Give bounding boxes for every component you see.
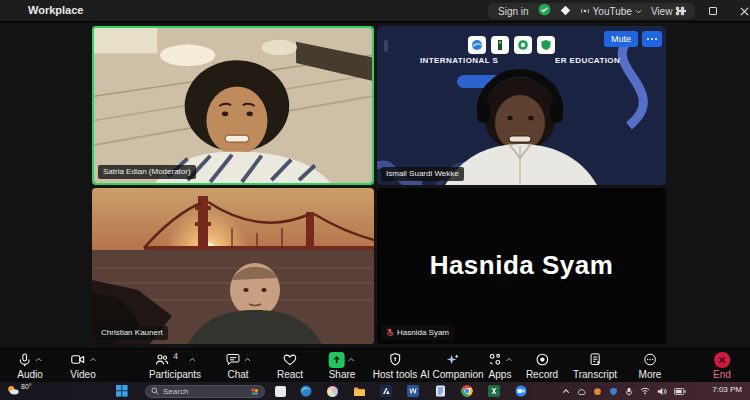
satria-video-feed [94,28,372,183]
react-button[interactable]: React [277,351,303,380]
wifi-icon[interactable] [640,387,650,395]
pinned-app-acrobat[interactable] [379,384,393,398]
participant-name-label: Ismail Suardi Wekke [381,167,464,181]
pinned-app-excel[interactable] [487,384,501,398]
video-tile-christian-kaunert[interactable]: Christian Kaunert [92,188,374,344]
record-button[interactable]: Record [526,351,558,380]
copilot-icon [327,386,338,397]
pinned-app-edge[interactable] [299,384,313,398]
pinned-app-word[interactable] [406,384,420,398]
chevron-up-icon[interactable] [189,357,196,362]
notepad-icon [435,385,446,397]
titlebar-actions: Sign in YouTube View [488,3,695,19]
chevron-up-icon[interactable] [244,357,251,362]
share-label: Share [329,369,356,380]
video-label: Video [70,369,95,380]
conference-logos [468,36,555,54]
conference-banner-text-right: ER EDUCATION [555,56,620,65]
apps-button[interactable]: Apps [488,351,513,380]
mic-muted-icon [386,328,394,337]
taskbar-weather-widget[interactable]: 80° [6,383,32,397]
start-button[interactable] [115,384,129,398]
close-icon [740,7,749,16]
pinned-app-notes[interactable] [433,384,447,398]
volume-icon[interactable] [657,387,667,396]
end-meeting-button[interactable]: End [713,351,731,380]
pinned-app-widgets[interactable] [273,384,287,398]
participants-label: Participants [149,369,201,380]
pinned-app-chrome[interactable] [460,384,474,398]
tile-grip-handle[interactable] [384,40,388,52]
acrobat-icon [380,385,392,397]
security-shield-icon[interactable] [609,387,618,396]
ai-companion-button[interactable]: AI Companion [420,351,483,380]
onedrive-sync-icon[interactable] [577,387,586,396]
sign-in-button[interactable]: Sign in [498,6,529,17]
chevron-up-icon[interactable] [348,357,355,362]
react-label: React [277,369,303,380]
browser-tray-icon[interactable] [593,387,602,396]
window-titlebar: Workplace Sign in YouTube View [0,0,750,22]
camera-off-display-name: Hasnida Syam [377,250,666,281]
video-tile-hasnida-syam[interactable]: Hasnida Syam Hasnida Syam [377,188,666,344]
video-grid: Satria Edian (Moderator) [0,23,750,348]
meeting-toolbar: Audio Video 4 Participants Chat [0,348,750,382]
end-call-icon [714,352,730,368]
mic-tray-icon[interactable] [625,387,633,396]
conference-logo-round [514,36,532,54]
folder-icon [353,386,366,397]
video-tile-ismail-suardi-wekke[interactable]: INTERNATIONAL S ER EDUCATION Mute Ismail… [377,26,666,185]
share-button[interactable]: Share [329,351,356,380]
apps-label: Apps [489,369,512,380]
taskbar-search-box[interactable]: Search [145,385,265,398]
zoom-app-icon [515,385,527,397]
maximize-button[interactable] [698,0,728,22]
diamond-icon[interactable] [560,2,571,20]
ai-sparkle-icon [444,352,460,368]
word-icon [407,385,419,397]
youtube-live-menu[interactable]: YouTube [580,6,642,17]
chevron-down-icon [635,9,642,14]
zoom-meeting-window: Workplace Sign in YouTube View [0,0,750,400]
chrome-icon [461,385,473,397]
more-ellipsis-icon [642,352,657,367]
minimize-button[interactable] [666,0,696,22]
audio-button[interactable]: Audio [17,351,43,380]
microphone-icon [17,352,32,368]
share-screen-icon [329,352,345,368]
close-button[interactable] [729,0,750,22]
excel-icon [488,385,500,397]
tile-more-options-button[interactable] [642,31,662,47]
participant-name-label: Hasnida Syam [381,325,454,340]
windows-taskbar: 80° Search [0,382,750,400]
more-label: More [639,369,662,380]
participants-button[interactable]: 4 Participants [149,351,201,380]
video-tile-satria-edian[interactable]: Satria Edian (Moderator) [92,26,374,185]
host-tools-button[interactable]: Host tools [373,351,417,380]
transcript-button[interactable]: Transcript [573,351,617,380]
transcript-icon [588,352,603,367]
edge-icon [300,385,312,397]
audio-label: Audio [17,369,43,380]
video-button[interactable]: Video [70,351,97,380]
pinned-app-zoom[interactable] [514,384,528,398]
more-button[interactable]: More [639,351,662,380]
chat-button[interactable]: Chat [225,351,251,380]
conference-logo-shield [537,36,555,54]
minimize-icon [677,10,686,12]
conference-banner-text-left: INTERNATIONAL S [420,56,498,65]
battery-icon[interactable] [674,388,686,395]
apps-icon [488,352,503,367]
taskbar-clock[interactable]: 7:03 PM [712,386,742,395]
mute-participant-button[interactable]: Mute [604,31,638,47]
participant-name: Christian Kaunert [101,329,163,337]
chevron-up-icon[interactable] [90,357,97,362]
tray-expand-chevron-icon[interactable] [562,388,570,394]
pinned-app-copilot[interactable] [325,384,339,398]
chevron-up-icon[interactable] [506,357,513,362]
search-highlights-icon [250,387,259,396]
maximize-icon [709,7,717,15]
pinned-app-file-explorer[interactable] [352,384,366,398]
chevron-up-icon[interactable] [35,357,42,362]
shield-icon [388,352,403,367]
